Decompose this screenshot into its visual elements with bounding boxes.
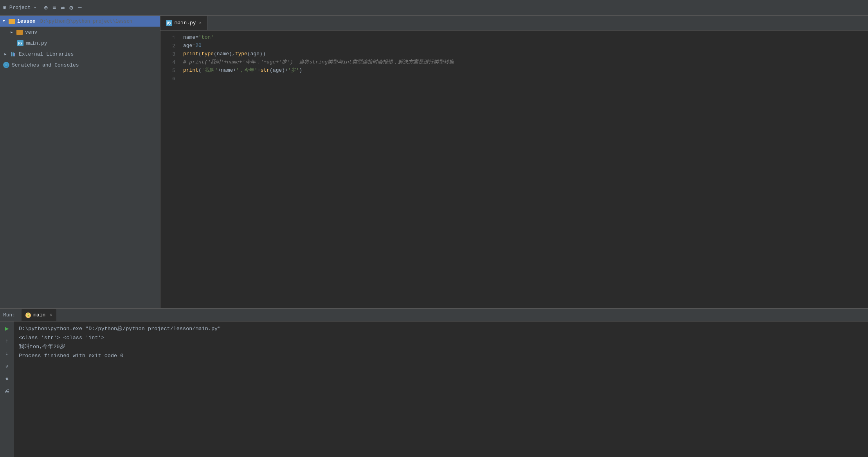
code-token: print [183, 67, 198, 75]
project-label: Project [9, 5, 31, 11]
code-line-6 [183, 75, 868, 83]
tab-bar: py main.py × [160, 16, 868, 31]
project-grid-icon: ⊞ [3, 5, 6, 11]
sidebar-item-mainpy[interactable]: py main.py [0, 38, 160, 49]
console-print-button[interactable]: 🖨 [2, 387, 12, 396]
bottom-panel: Run: 🐍 main × ▶ ↑ ↓ ⇄ ⇅ 🖨 D:\python\pyth… [0, 308, 868, 457]
venv-chevron-icon [9, 30, 14, 34]
sidebar-item-label-venv: venv [25, 29, 37, 35]
code-line-5: print('我叫'+name+'，今年'+str(age)+'岁') [183, 67, 868, 75]
code-token: 20 [195, 42, 202, 50]
svg-rect-2 [14, 53, 15, 56]
tab-mainpy-icon: py [166, 20, 172, 26]
code-token: # print('我叫'+name+'今年，'+age+'岁') 当将strin… [183, 58, 454, 67]
code-token: print [183, 50, 198, 58]
sidebar-item-label-lesson: lesson [17, 18, 36, 24]
toolbar-minimize-icon[interactable]: — [78, 4, 82, 11]
tab-mainpy-close[interactable]: × [199, 21, 202, 25]
line-num-4: 4 [160, 58, 175, 67]
line-num-5: 5 [160, 67, 175, 75]
run-label: Run: [3, 312, 15, 318]
code-token: '岁' [288, 67, 299, 75]
code-token: ) [299, 67, 303, 75]
console-line-5: Process finished with exit code 0 [19, 352, 863, 361]
code-line-2: age=20 [183, 42, 868, 50]
console-down-button[interactable]: ↓ [2, 349, 12, 358]
venv-folder-icon [16, 30, 23, 35]
svg-rect-0 [11, 52, 12, 56]
console-content: ▶ ↑ ↓ ⇄ ⇅ 🖨 D:\python\python.exe "D:/pyt… [0, 322, 868, 457]
run-tab-main[interactable]: 🐍 main × [22, 309, 56, 321]
console-wrap-button[interactable]: ⇄ [2, 361, 12, 371]
run-python-icon: 🐍 [25, 312, 31, 318]
code-token: 'ton' [198, 34, 214, 42]
line-num-2: 2 [160, 42, 175, 50]
code-container: 1 2 3 4 5 6 name='ton' age=20 print(type… [160, 31, 868, 308]
console-run-button[interactable]: ▶ [2, 324, 12, 333]
code-token: +name+ [218, 67, 236, 75]
code-token: name [183, 34, 195, 42]
project-dropdown-arrow: ▾ [34, 5, 36, 10]
sidebar-item-scratches[interactable]: Scratches and Consoles [0, 60, 160, 70]
console-up-button[interactable]: ↑ [2, 336, 12, 346]
code-line-3: print(type(name),type(age)) [183, 50, 868, 58]
svg-rect-1 [13, 52, 14, 56]
console-scroll-button[interactable]: ⇅ [2, 374, 12, 383]
run-tab-close[interactable]: × [49, 312, 52, 318]
scratches-icon [3, 62, 9, 68]
code-token: str [261, 67, 270, 75]
lesson-folder-icon [9, 19, 15, 24]
tab-mainpy-label: main.py [175, 20, 196, 26]
main-area: lesson D:\python总\python project\lesson … [0, 16, 868, 308]
code-token: + [258, 67, 261, 75]
console-line-1: D:\python\python.exe "D:/python总/python … [19, 325, 863, 334]
console-sidebar: ▶ ↑ ↓ ⇄ ⇅ 🖨 [0, 322, 14, 457]
code-token: type [202, 50, 214, 58]
code-editor[interactable]: name='ton' age=20 print(type(name),type(… [180, 34, 868, 308]
code-token: = [195, 34, 198, 42]
line-numbers: 1 2 3 4 5 6 [160, 34, 180, 308]
code-token: age [183, 42, 192, 50]
sidebar-item-path-lesson: D:\python总\python project\lesson [40, 18, 132, 25]
sidebar-item-label-extlib: External Libraries [19, 51, 74, 57]
sidebar: lesson D:\python总\python project\lesson … [0, 16, 160, 308]
toolbar-globe-icon[interactable]: ⊕ [44, 4, 48, 12]
svg-point-4 [5, 64, 7, 66]
sidebar-item-external-libraries[interactable]: External Libraries [0, 49, 160, 60]
code-token: '，今年' [236, 67, 258, 75]
code-line-1: name='ton' [183, 34, 868, 42]
editor-area: py main.py × 1 2 3 4 5 6 name='ton' [160, 16, 868, 308]
extlib-chevron-icon [3, 52, 8, 56]
toolbar-settings-icon[interactable]: ⚙ [69, 4, 73, 12]
console-line-2: <class 'str'> <class 'int'> [19, 334, 863, 343]
console-output: D:\python\python.exe "D:/python总/python … [14, 322, 868, 457]
code-token: = [192, 42, 195, 50]
toolbar: ⊞ Project ▾ ⊕ ≡ ⇌ ⚙ — [0, 0, 868, 16]
sidebar-item-venv[interactable]: venv [0, 27, 160, 38]
code-token: ( [198, 50, 202, 58]
sidebar-item-lesson[interactable]: lesson D:\python总\python project\lesson [0, 16, 160, 27]
code-token: , [232, 50, 235, 58]
sidebar-item-label-scratches: Scratches and Consoles [12, 62, 79, 68]
code-token: (name) [214, 50, 232, 58]
run-tab-bar: Run: 🐍 main × [0, 309, 868, 322]
code-token: type [235, 50, 247, 58]
code-token: ( [198, 67, 202, 75]
tab-mainpy[interactable]: py main.py × [160, 16, 207, 30]
console-line-3: 我叫ton,今年20岁 [19, 343, 863, 352]
toolbar-split-icon[interactable]: ⇌ [61, 4, 65, 12]
line-num-1: 1 [160, 34, 175, 42]
code-line-4: # print('我叫'+name+'今年，'+age+'岁') 当将strin… [183, 58, 868, 67]
code-token: (age)) [247, 50, 266, 58]
code-token: (age)+ [270, 67, 288, 75]
line-num-6: 6 [160, 75, 175, 83]
sidebar-item-label-mainpy: main.py [26, 40, 47, 46]
run-tab-label: main [33, 312, 45, 318]
project-menu[interactable]: ⊞ Project ▾ [3, 5, 36, 11]
code-token: '我叫' [202, 67, 218, 75]
extlib-icon [10, 51, 16, 57]
line-num-3: 3 [160, 50, 175, 58]
toolbar-list-icon[interactable]: ≡ [52, 4, 56, 11]
lesson-chevron-icon [2, 19, 6, 23]
toolbar-icons: ⊕ ≡ ⇌ ⚙ — [44, 4, 865, 12]
